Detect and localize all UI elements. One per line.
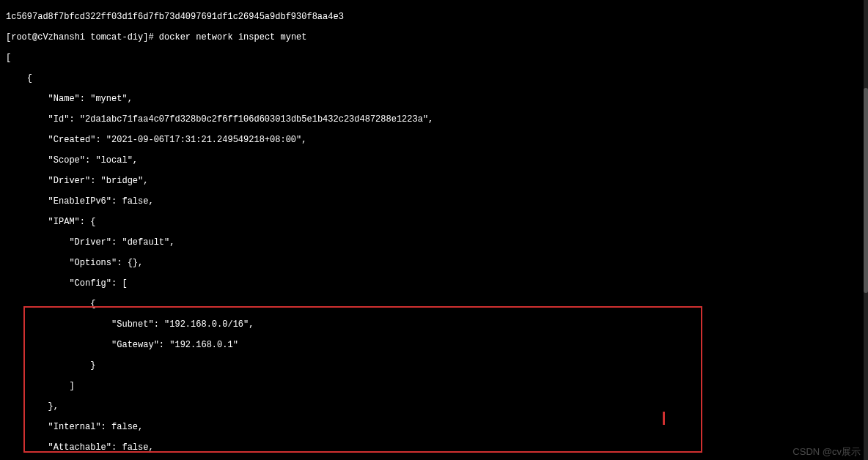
output-line: "Internal": false, <box>6 422 862 432</box>
output-line: "Attachable": false, <box>6 442 862 453</box>
output-line: 1c5697ad8f7bfcd322ff03d1f6d7fb73d4097691… <box>6 12 862 22</box>
output-line: "Gateway": "192.168.0.1" <box>6 340 862 350</box>
prompt-line: [root@cVzhanshi tomcat-diy]# docker netw… <box>6 32 862 42</box>
output-line: } <box>6 360 862 371</box>
output-line: "Config": [ <box>6 278 862 289</box>
output-line: "EnableIPv6": false, <box>6 196 862 207</box>
output-line: "Subnet": "192.168.0.0/16", <box>6 319 862 330</box>
output-line: "Created": "2021-09-06T17:31:21.24954921… <box>6 135 862 145</box>
output-line: "Scope": "local", <box>6 155 862 166</box>
output-line: { <box>6 299 862 309</box>
scrollbar-thumb[interactable] <box>864 88 868 293</box>
output-line: ] <box>6 381 862 391</box>
output-line: }, <box>6 401 862 412</box>
output-line: "Driver": "default", <box>6 237 862 248</box>
output-line: "Driver": "bridge", <box>6 176 862 186</box>
scrollbar[interactable] <box>864 0 868 460</box>
output-line: "Id": "2da1abc71faa4c07fd328b0c2f6ff106d… <box>6 114 862 125</box>
output-line: [ <box>6 53 862 63</box>
output-line: "Name": "mynet", <box>6 94 862 104</box>
output-line: "IPAM": { <box>6 217 862 227</box>
output-line: "Options": {}, <box>6 258 862 268</box>
terminal-output[interactable]: 1c5697ad8f7bfcd322ff03d1f6d7fb73d4097691… <box>0 0 868 460</box>
output-line: { <box>6 73 862 84</box>
